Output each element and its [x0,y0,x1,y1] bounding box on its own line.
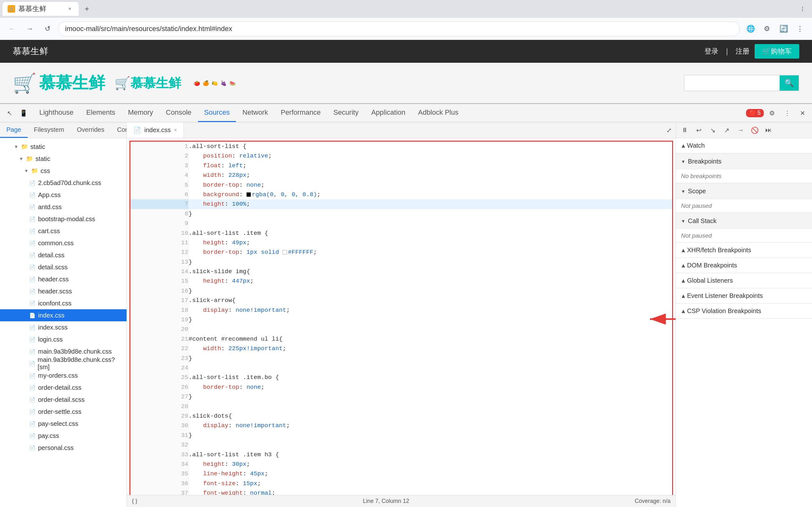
search-button[interactable]: 🔍 [780,75,799,91]
deactivate-breakpoints-button[interactable]: 🚫 [748,124,761,136]
cart-button[interactable]: 🛒购物车 [755,44,799,59]
extension-icon-1[interactable]: 🌐 [744,22,757,36]
tree-item-file[interactable]: 📄 header.css [0,273,126,285]
code-row: 18 display: none!important; [131,305,672,315]
tree-item-file[interactable]: 📄 App.css [0,189,126,201]
tree-item-file[interactable]: 📄 index.scss [0,321,126,333]
file-icon: 📄 [29,360,35,367]
tab-memory[interactable]: Memory [121,104,159,122]
active-tab[interactable]: 🛒 慕慕生鲜 × [3,2,79,16]
line-number: 22 [131,344,189,353]
tree-item-file[interactable]: 📄 order-detail.css [0,382,126,394]
file-icon: 📄 [29,397,36,403]
call-stack-section: ▼ Call Stack Not paused [676,213,812,243]
call-stack-header[interactable]: ▼ Call Stack [676,213,812,229]
tree-item-css[interactable]: ▼ 📁 css [0,165,126,177]
tree-item-file[interactable]: 📄 personal.css [0,442,126,454]
tree-item-file[interactable]: 📄 cart.css [0,225,126,237]
tab-performance[interactable]: Performance [274,104,327,122]
back-button[interactable]: ← [5,22,19,36]
tree-item-file[interactable]: 📄 2.cb5ad70d.chunk.css [0,177,126,189]
settings-button[interactable]: ⚙ [765,106,779,120]
search-input[interactable] [684,75,780,91]
register-link[interactable]: 注册 [735,47,750,56]
event-breakpoints-section[interactable]: ▶ Event Listener Breakpoints [676,288,812,303]
tree-item-file[interactable]: 📄 bootstrap-modal.css [0,213,126,225]
tree-item-file[interactable]: 📄 order-settle.css [0,406,126,418]
address-bar[interactable]: imooc-mall/src/main/resources/static/ind… [58,21,740,36]
browser-menu-button[interactable]: ⋮ [793,22,807,36]
csp-label: CSP Violation Breakpoints [687,307,761,315]
tree-item-file[interactable]: 📄 my-orders.css [0,370,126,382]
extension-icon-2[interactable]: ⚙ [760,22,774,36]
step-out-button[interactable]: ↗ [720,124,733,136]
csp-breakpoints-section[interactable]: ▶ CSP Violation Breakpoints [676,303,812,319]
step-over-button[interactable]: ↩ [693,124,705,136]
xhr-breakpoints-section[interactable]: ▶ XHR/fetch Breakpoints [676,243,812,258]
extension-icon-3[interactable]: 🔄 [776,22,791,36]
device-toolbar-button[interactable]: 📱 [16,106,31,120]
tab-favicon: 🛒 [8,5,15,13]
code-line: } [189,209,672,219]
window-menu-button[interactable]: ⋮ [796,2,809,16]
dom-breakpoints-section[interactable]: ▶ DOM Breakpoints [676,258,812,273]
more-tools-button[interactable]: ⋮ [780,106,794,120]
dont-pause-exceptions-button[interactable]: ⏭ [762,124,775,136]
tree-item-index-css[interactable]: 📄 index.css [0,309,126,321]
step-into-button[interactable]: ↘ [706,124,719,136]
pause-button[interactable]: ⏸ [678,124,691,136]
sources-subtab-content-scripts[interactable]: Content scripts [111,122,126,138]
tree-item-file[interactable]: 📄 login.css [0,333,126,345]
tree-label: static [36,155,50,163]
tree-item-file[interactable]: 📄 main.9a3b9d8e.chunk.css [0,345,126,357]
sources-subtab-page[interactable]: Page [0,122,28,138]
tree-item-file[interactable]: 📄 detail.css [0,249,126,261]
code-row: 33 .all-sort-list .item h3 { [131,450,672,459]
fruit-5: 🍉 [229,80,236,86]
tree-item-file[interactable]: 📄 antd.css [0,201,126,213]
editor-tab-index-css[interactable]: 📄 index.css × [127,122,184,138]
step-button[interactable]: → [734,124,747,136]
tree-item-file[interactable]: 📄 pay-select.css [0,418,126,430]
tree-item-file[interactable]: 📄 detail.scss [0,261,126,273]
new-tab-button[interactable]: + [80,2,94,16]
tab-adblock[interactable]: Adblock Plus [412,104,465,122]
scope-header[interactable]: ▼ Scope [676,183,812,199]
tab-security[interactable]: Security [327,104,365,122]
editor-expand-button[interactable]: ⤢ [663,126,676,134]
tree-item-file[interactable]: 📄 header.scss [0,285,126,297]
tree-item-file[interactable]: 📄 order-detail.scss [0,394,126,406]
login-link[interactable]: 登录 [705,47,718,56]
tree-item-static-2[interactable]: ▼ 📁 static [0,153,126,165]
tab-elements[interactable]: Elements [80,104,122,122]
breakpoints-header[interactable]: ▼ Breakpoints [676,153,812,170]
devtools-toolbar-right: 🔴 5 ⚙ ⋮ ✕ [746,106,809,120]
tab-lighthouse[interactable]: Lighthouse [33,104,80,122]
reload-button[interactable]: ↺ [41,22,55,36]
tree-item-file[interactable]: 📄 common.css [0,237,126,249]
tree-item-static-1[interactable]: ▼ 📁 static [0,141,126,153]
tree-item-file[interactable]: 📄 pay.css [0,430,126,442]
tab-network[interactable]: Network [236,104,274,122]
sources-subtab-overrides[interactable]: Overrides [70,122,111,138]
global-listeners-section[interactable]: ▶ Global Listeners [676,273,812,288]
inspect-element-button[interactable]: ↖ [3,106,16,120]
tab-close-button[interactable]: × [66,5,73,13]
tab-console[interactable]: Console [159,104,198,122]
folder-icon: 📁 [26,155,33,162]
code-area[interactable]: 1 .all-sort-list { 2 position: relative; [127,138,676,495]
sources-subtab-filesystem[interactable]: Filesystem [28,122,71,138]
tree-item-file[interactable]: 📄 main.9a3b9d8e.chunk.css? [sm] [0,357,126,370]
editor-tab-close[interactable]: × [174,127,177,133]
tree-item-file[interactable]: 📄 iconfont.css [0,297,126,309]
line-number: 4 [131,170,189,180]
tab-application[interactable]: Application [365,104,412,122]
forward-button[interactable]: → [23,22,37,36]
scope-section: ▼ Scope Not paused [676,183,812,213]
tab-sources[interactable]: Sources [198,104,236,122]
line-number: 3 [131,161,189,170]
code-row: 10 .all-sort-list .item { [131,228,672,238]
close-devtools-button[interactable]: ✕ [796,106,809,120]
watch-section[interactable]: ▶ Watch [676,138,812,153]
file-icon: 📄 [29,313,36,319]
